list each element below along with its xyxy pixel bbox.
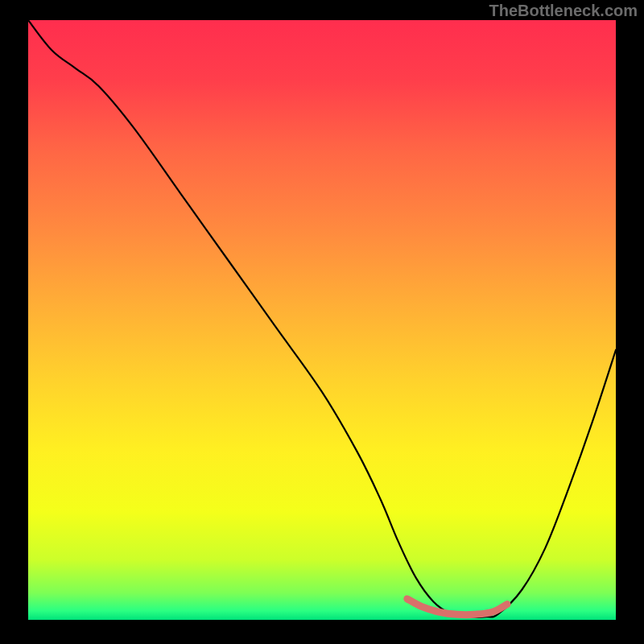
plot-area [28, 20, 616, 620]
watermark-text: TheBottleneck.com [489, 2, 638, 20]
chart-curve-layer [28, 20, 616, 620]
bottleneck-curve [28, 20, 616, 617]
chart-container: TheBottleneck.com [0, 0, 644, 644]
optimal-range-highlight [407, 599, 507, 615]
